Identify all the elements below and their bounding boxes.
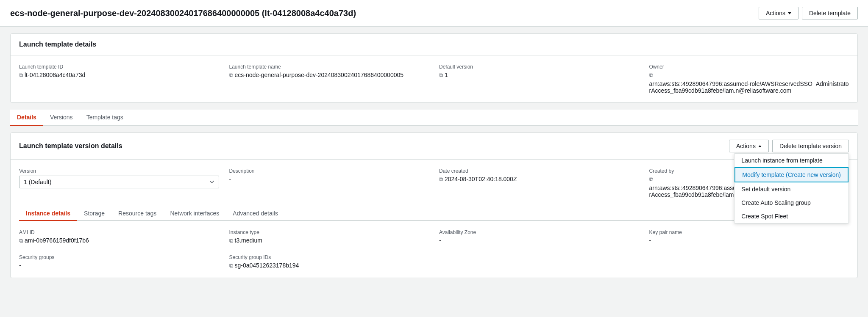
main-tabs: Details Versions Template tags: [10, 110, 858, 126]
version-detail-grid: Version 1 (Default) Description - Date c…: [19, 168, 849, 198]
sub-tab-advanced-details[interactable]: Advanced details: [226, 207, 285, 221]
availability-zone-item: Availability Zone -: [439, 229, 639, 244]
launch-template-details-body: Launch template ID ⧉ lt-04128008a4c40a73…: [11, 55, 857, 102]
date-created-value: ⧉ 2024-08-30T02:40:18.000Z: [439, 176, 639, 183]
header-actions-button[interactable]: Actions: [759, 7, 798, 19]
copy-icon[interactable]: ⧉: [649, 176, 653, 183]
launch-template-version-label: Default version: [439, 64, 639, 70]
security-group-ids-item: Security group IDs ⧉ sg-0a04512623178b19…: [229, 254, 429, 269]
ami-id-value: ⧉ ami-0b9766159df0f17b6: [19, 237, 219, 244]
sub-tab-storage[interactable]: Storage: [77, 207, 111, 221]
dropdown-create-auto-scaling[interactable]: Create Auto Scaling group: [734, 196, 849, 209]
instance-type-label: Instance type: [229, 229, 429, 235]
sub-tab-network-interfaces[interactable]: Network interfaces: [163, 207, 226, 221]
date-created-label: Date created: [439, 168, 639, 174]
launch-template-owner-item: Owner ⧉ arn:aws:sts::492890647996:assume…: [649, 64, 849, 94]
ami-id-label: AMI ID: [19, 229, 219, 235]
availability-zone-label: Availability Zone: [439, 229, 639, 235]
launch-template-detail-grid: Launch template ID ⧉ lt-04128008a4c40a73…: [19, 64, 849, 94]
chevron-up-icon: [758, 145, 762, 147]
key-pair-value: -: [649, 237, 849, 244]
version-label: Version: [19, 168, 219, 174]
tab-details[interactable]: Details: [10, 110, 43, 126]
description-item: Description -: [229, 168, 429, 198]
instance-type-item: Instance type ⧉ t3.medium: [229, 229, 429, 244]
page-title: ecs-node-general-purpose-dev-20240830024…: [10, 8, 356, 18]
launch-template-version-item: Default version ⧉ 1: [439, 64, 639, 94]
actions-dropdown-menu: Launch instance from template Modify tem…: [734, 153, 849, 223]
launch-template-name-label: Launch template name: [229, 64, 429, 70]
version-details-body: Version 1 (Default) Description - Date c…: [11, 160, 857, 278]
key-pair-label: Key pair name: [649, 229, 849, 235]
sub-tab-instance-details[interactable]: Instance details: [19, 207, 77, 221]
copy-icon[interactable]: ⧉: [229, 262, 233, 269]
instance-type-value: ⧉ t3.medium: [229, 237, 429, 244]
version-select[interactable]: 1 (Default): [19, 176, 219, 188]
description-value: -: [229, 176, 429, 182]
dropdown-modify-template[interactable]: Modify template (Create new version): [734, 167, 849, 182]
description-label: Description: [229, 168, 429, 174]
key-pair-item: Key pair name -: [649, 229, 849, 244]
launch-template-version-value: ⧉ 1: [439, 72, 639, 79]
dropdown-create-spot-fleet[interactable]: Create Spot Fleet: [734, 209, 849, 223]
launch-template-name-item: Launch template name ⧉ ecs-node-general-…: [229, 64, 429, 94]
availability-zone-value: -: [439, 237, 639, 244]
version-details-title: Launch template version details: [19, 142, 122, 150]
launch-template-id-value: ⧉ lt-04128008a4c40a73d: [19, 72, 219, 79]
launch-template-owner-label: Owner: [649, 64, 849, 70]
dropdown-launch-instance[interactable]: Launch instance from template: [734, 154, 849, 167]
header-actions: Actions Delete template: [759, 7, 858, 19]
version-details-header: Launch template version details Actions …: [11, 133, 857, 160]
page-header: ecs-node-general-purpose-dev-20240830024…: [0, 0, 868, 27]
chevron-down-icon: [788, 12, 791, 14]
copy-icon[interactable]: ⧉: [439, 176, 443, 183]
version-item: Version 1 (Default): [19, 168, 219, 198]
copy-icon[interactable]: ⧉: [439, 72, 443, 79]
copy-icon[interactable]: ⧉: [649, 72, 653, 79]
delete-template-button[interactable]: Delete template: [802, 7, 858, 19]
launch-template-owner-value: ⧉ arn:aws:sts::492890647996:assumed-role…: [649, 72, 849, 94]
instance-detail-grid: AMI ID ⧉ ami-0b9766159df0f17b6 Instance …: [19, 229, 849, 269]
ami-id-item: AMI ID ⧉ ami-0b9766159df0f17b6: [19, 229, 219, 244]
copy-icon[interactable]: ⧉: [229, 237, 233, 244]
copy-icon[interactable]: ⧉: [19, 237, 23, 244]
security-group-ids-value: ⧉ sg-0a04512623178b194: [229, 262, 429, 269]
tab-versions[interactable]: Versions: [43, 110, 80, 126]
dropdown-set-default-version[interactable]: Set default version: [734, 182, 849, 196]
security-group-ids-label: Security group IDs: [229, 254, 429, 260]
security-groups-value: -: [19, 262, 219, 269]
security-groups-item: Security groups -: [19, 254, 219, 269]
sub-tab-resource-tags[interactable]: Resource tags: [111, 207, 163, 221]
security-groups-label: Security groups: [19, 254, 219, 260]
tab-template-tags[interactable]: Template tags: [80, 110, 130, 126]
date-created-item: Date created ⧉ 2024-08-30T02:40:18.000Z: [439, 168, 639, 198]
delete-template-version-button[interactable]: Delete template version: [772, 140, 849, 152]
launch-template-name-value: ⧉ ecs-node-general-purpose-dev-202408300…: [229, 72, 429, 79]
copy-icon[interactable]: ⧉: [19, 72, 23, 79]
launch-template-details-title: Launch template details: [11, 34, 857, 55]
launch-template-id-item: Launch template ID ⧉ lt-04128008a4c40a73…: [19, 64, 219, 94]
sub-tabs: Instance details Storage Resource tags N…: [19, 207, 849, 221]
version-header-actions: Actions Delete template version Launch i…: [729, 140, 849, 152]
copy-icon[interactable]: ⧉: [229, 72, 233, 79]
launch-template-details-card: Launch template details Launch template …: [10, 33, 858, 103]
launch-template-id-label: Launch template ID: [19, 64, 219, 70]
version-details-card: Launch template version details Actions …: [10, 132, 858, 278]
version-actions-button[interactable]: Actions: [729, 140, 769, 152]
